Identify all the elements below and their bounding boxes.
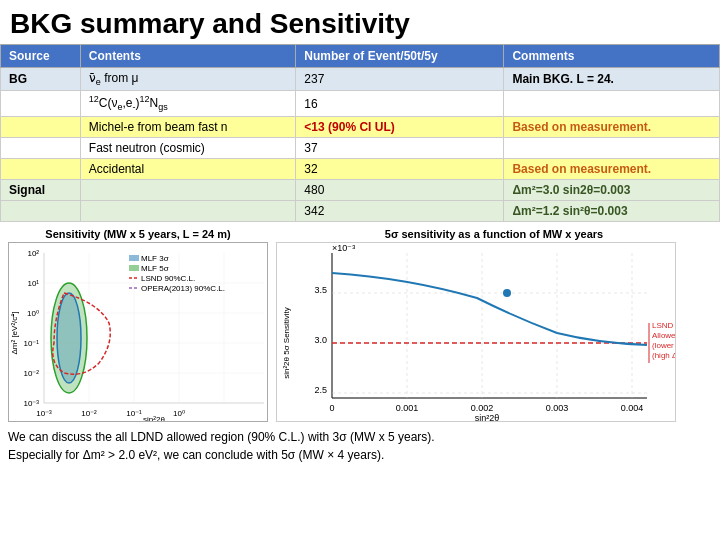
svg-text:10⁰: 10⁰: [27, 309, 39, 318]
cell-count: 32: [296, 158, 504, 179]
svg-text:Δm² [eV²/c⁴]: Δm² [eV²/c⁴]: [10, 311, 19, 354]
svg-text:10¹: 10¹: [27, 279, 39, 288]
cell-source: [1, 200, 81, 221]
svg-text:3.0: 3.0: [314, 335, 327, 345]
svg-text:MLF 3σ: MLF 3σ: [141, 254, 169, 263]
svg-text:Allowed region: Allowed region: [652, 331, 676, 340]
table-row: Michel-e from beam fast n<13 (90% CI UL)…: [1, 116, 720, 137]
right-plot-title: 5σ sensitivity as a function of MW x yea…: [276, 228, 712, 240]
svg-text:10⁻¹: 10⁻¹: [126, 409, 142, 418]
sensitivity-plot: Sensitivity (MW x 5 years, L = 24 m) 10²…: [8, 228, 268, 422]
cell-count: 480: [296, 179, 504, 200]
table-row: 342Δm²=1.2 sin²θ=0.003: [1, 200, 720, 221]
svg-text:0.001: 0.001: [396, 403, 419, 413]
svg-text:10⁻³: 10⁻³: [36, 409, 52, 418]
cell-contents: [80, 179, 296, 200]
sensitivity-plot-title: Sensitivity (MW x 5 years, L = 24 m): [8, 228, 268, 240]
right-section: 5σ sensitivity as a function of MW x yea…: [276, 228, 712, 422]
cell-count: 37: [296, 137, 504, 158]
svg-text:10⁻²: 10⁻²: [81, 409, 97, 418]
table-row: 12C(νe,e-)12Ngs16: [1, 91, 720, 116]
svg-text:MLF 5σ: MLF 5σ: [141, 264, 169, 273]
cell-comment: [504, 91, 720, 116]
cell-comment: Based on measurement.: [504, 116, 720, 137]
svg-text:×10⁻³: ×10⁻³: [332, 243, 355, 253]
col-header-comments: Comments: [504, 45, 720, 68]
svg-text:0.003: 0.003: [546, 403, 569, 413]
bottom-text: We can discuss the all LDND allowed regi…: [0, 426, 720, 466]
cell-source: BG: [1, 68, 81, 91]
svg-point-53: [503, 289, 511, 297]
cell-source: [1, 158, 81, 179]
cell-comment: Δm²=1.2 sin²θ=0.003: [504, 200, 720, 221]
cell-contents: Fast neutron (cosmic): [80, 137, 296, 158]
col-header-contents: Contents: [80, 45, 296, 68]
svg-text:OPERA(2013) 90%C.L.: OPERA(2013) 90%C.L.: [141, 284, 225, 293]
cell-contents: Accidental: [80, 158, 296, 179]
cell-source: [1, 116, 81, 137]
svg-text:10⁻³: 10⁻³: [23, 399, 39, 408]
cell-count: 16: [296, 91, 504, 116]
svg-text:LSND 90%CL: LSND 90%CL: [652, 321, 676, 330]
col-header-count: Number of Event/50t/5y: [296, 45, 504, 68]
col-header-source: Source: [1, 45, 81, 68]
cell-source: Signal: [1, 179, 81, 200]
svg-text:10⁰: 10⁰: [173, 409, 185, 418]
table-row: Accidental32Based on measurement.: [1, 158, 720, 179]
cell-comment: Based on measurement.: [504, 158, 720, 179]
cell-comment: Δm²=3.0 sin2θ=0.003: [504, 179, 720, 200]
cell-count: 237: [296, 68, 504, 91]
svg-text:sin²2θ: sin²2θ: [475, 413, 500, 422]
bottom-section: Sensitivity (MW x 5 years, L = 24 m) 10²…: [0, 224, 720, 426]
svg-text:0.002: 0.002: [471, 403, 494, 413]
table-row: BGν̄e from μ237Main BKG. L = 24.: [1, 68, 720, 91]
cell-comment: [504, 137, 720, 158]
svg-text:2.5: 2.5: [314, 385, 327, 395]
cell-count: 342: [296, 200, 504, 221]
svg-text:3.5: 3.5: [314, 285, 327, 295]
table-row: Fast neutron (cosmic)37: [1, 137, 720, 158]
svg-text:(lower edge): (lower edge): [652, 341, 676, 350]
cell-contents: ν̄e from μ: [80, 68, 296, 91]
svg-text:(high Δm² region): (high Δm² region): [652, 351, 676, 360]
cell-source: [1, 137, 81, 158]
svg-text:sin²2θ  5σ Sensitivity: sin²2θ 5σ Sensitivity: [282, 307, 291, 379]
page-title: BKG summary and Sensitivity: [0, 0, 720, 44]
svg-text:sin²2θ: sin²2θ: [143, 415, 165, 422]
svg-text:10⁻¹: 10⁻¹: [23, 339, 39, 348]
svg-rect-24: [129, 255, 139, 261]
right-plot-area: ×10⁻³ 3.5 3.0 2.5 0 0.001 0.002 0.003: [276, 242, 676, 422]
cell-comment: Main BKG. L = 24.: [504, 68, 720, 91]
table-row: Signal480Δm²=3.0 sin2θ=0.003: [1, 179, 720, 200]
right-plot-svg: ×10⁻³ 3.5 3.0 2.5 0 0.001 0.002 0.003: [277, 243, 676, 422]
cell-contents: Michel-e from beam fast n: [80, 116, 296, 137]
cell-contents: [80, 200, 296, 221]
left-plot-svg: 10² 10¹ 10⁰ 10⁻¹ 10⁻² 10⁻³ 10⁻³ 10⁻² 10⁻…: [9, 243, 268, 422]
svg-text:10²: 10²: [27, 249, 39, 258]
svg-text:LSND 90%C.L.: LSND 90%C.L.: [141, 274, 195, 283]
cell-count: <13 (90% CI UL): [296, 116, 504, 137]
bottom-line1: We can discuss the all LDND allowed regi…: [8, 428, 712, 446]
svg-rect-26: [129, 265, 139, 271]
svg-text:0: 0: [329, 403, 334, 413]
bottom-line2: Especially for Δm² > 2.0 eV², we can con…: [8, 446, 712, 464]
svg-text:10⁻²: 10⁻²: [23, 369, 39, 378]
summary-table: Source Contents Number of Event/50t/5y C…: [0, 44, 720, 222]
left-plot-area: 10² 10¹ 10⁰ 10⁻¹ 10⁻² 10⁻³ 10⁻³ 10⁻² 10⁻…: [8, 242, 268, 422]
svg-text:0.004: 0.004: [621, 403, 644, 413]
cell-contents: 12C(νe,e-)12Ngs: [80, 91, 296, 116]
cell-source: [1, 91, 81, 116]
